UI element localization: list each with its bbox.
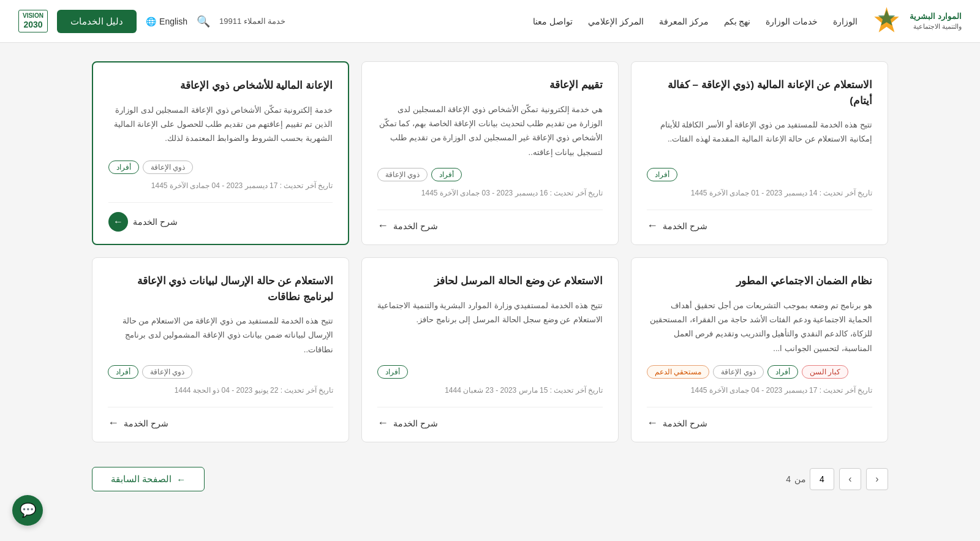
page-info: من 4 <box>786 468 834 490</box>
card-footer-2: شرح الخدمة← <box>377 210 603 232</box>
header-left: خدمة العملاء 19911 🔍 English 🌐 دليل الخد… <box>18 10 285 33</box>
card-title-5: الاستعلام عن وضع الحالة المرسل لحافز <box>377 273 603 289</box>
of-text: من <box>794 474 806 484</box>
card-link-1[interactable]: شرح الخدمة← <box>647 219 707 232</box>
cards-grid: الاستعلام عن الإعانة المالية (ذوي الإعاق… <box>92 61 888 442</box>
card-title-4: نظام الضمان الاجتماعي المطور <box>647 273 872 289</box>
card-tags-6: ذوي الإعاقةأفراد <box>108 365 333 379</box>
card-title-3: الإعانة المالية للأشخاص ذوي الإعاقة <box>108 78 333 94</box>
nav-approach[interactable]: نهج بكم <box>724 17 751 26</box>
card-desc-2: هي خدمة إلكترونية تمكّن الأشخاص ذوي الإع… <box>377 102 603 160</box>
tag-كبار السن: كبار السن <box>802 365 848 379</box>
card-link-3[interactable]: شرح الخدمة← <box>108 212 178 232</box>
card-link-text-1: شرح الخدمة <box>663 221 707 231</box>
nav-ministry[interactable]: الوزارة <box>833 17 858 26</box>
tag-أفراد: أفراد <box>767 365 798 379</box>
vision2030-logo: VISION 2030 <box>18 10 48 32</box>
card-date-1: تاريخ آخر تحديث : 14 ديسمبر 2023 - 01 جم… <box>647 189 872 197</box>
tag-أفراد: أفراد <box>377 365 408 379</box>
pagination-bar: ‹ › من 4 ← الصفحة السابقة <box>92 467 888 516</box>
service-card-5[interactable]: الاستعلام عن وضع الحالة المرسل لحافزتتيح… <box>361 257 619 442</box>
nav-media[interactable]: المركز الإعلامي <box>588 17 644 26</box>
prev-page-label: الصفحة السابقة <box>111 474 172 485</box>
card-link-text-4: شرح الخدمة <box>663 418 707 428</box>
card-arrow-4: ← <box>647 417 658 429</box>
service-card-4[interactable]: نظام الضمان الاجتماعي المطورهو برنامج تم… <box>631 257 888 442</box>
card-tags-4: كبار السنأفرادذوي الإعاقةمستحقي الدعم <box>647 365 872 379</box>
page-input[interactable] <box>810 468 834 490</box>
tag-أفراد: أفراد <box>647 168 677 181</box>
card-tags-5: أفراد <box>377 365 603 379</box>
tag-ذوي الإعاقة: ذوي الإعاقة <box>377 168 428 181</box>
card-arrow-5: ← <box>377 417 388 429</box>
service-card-2[interactable]: تقييم الإعاقةهي خدمة إلكترونية تمكّن الأ… <box>361 61 619 245</box>
header: الموارد البشرية والتنمية الاجتماعية الوز… <box>0 0 980 43</box>
logo-icon <box>870 4 903 38</box>
card-link-text-2: شرح الخدمة <box>393 221 438 231</box>
card-footer-4: شرح الخدمة← <box>647 407 872 429</box>
service-card-6[interactable]: الاستعلام عن حالة الإرسال لبيانات ذوي ال… <box>92 257 349 442</box>
card-tags-3: ذوي الإعاقةأفراد <box>108 161 333 174</box>
card-link-text-3: شرح الخدمة <box>133 217 178 227</box>
card-arrow-1: ← <box>647 219 658 232</box>
card-date-5: تاريخ آخر تحديث : 15 مارس 2023 - 23 شعبا… <box>377 386 603 395</box>
card-desc-6: تتيح هذه الخدمة للمستفيد من ذوي الإعاقة … <box>108 314 333 357</box>
card-date-3: تاريخ آخر تحديث : 17 ديسمبر 2023 - 04 جم… <box>108 181 333 190</box>
card-link-text-5: شرح الخدمة <box>393 418 438 428</box>
language-switcher[interactable]: English 🌐 <box>146 17 187 26</box>
card-tags-1: أفراد <box>647 168 872 181</box>
header-right: الموارد البشرية والتنمية الاجتماعية الوز… <box>533 4 962 38</box>
next-nav-button[interactable]: › <box>839 468 861 490</box>
nav-knowledge[interactable]: مركز المعرفة <box>659 17 709 26</box>
customer-service: خدمة العملاء 19911 <box>219 17 285 26</box>
card-footer-1: شرح الخدمة← <box>647 210 872 232</box>
arrow-icon: ← <box>176 474 186 485</box>
card-arrow-2: ← <box>377 219 388 232</box>
card-arrow-6: ← <box>108 417 119 429</box>
guide-button[interactable]: دليل الخدمات <box>57 10 137 33</box>
prev-page-button[interactable]: ← الصفحة السابقة <box>92 467 205 491</box>
main-nav: الوزارة خدمات الوزارة نهج بكم مركز المعر… <box>533 17 858 26</box>
tag-مستحقي الدعم: مستحقي الدعم <box>647 365 709 379</box>
card-title-1: الاستعلام عن الإعانة المالية (ذوي الإعاق… <box>647 77 872 108</box>
lang-label: English <box>159 17 187 26</box>
card-link-5[interactable]: شرح الخدمة← <box>377 417 438 429</box>
header-logo: الموارد البشرية والتنمية الاجتماعية <box>870 4 962 38</box>
tag-ذوي الإعاقة: ذوي الإعاقة <box>142 365 192 379</box>
main-content: الاستعلام عن الإعانة المالية (ذوي الإعاق… <box>80 61 900 516</box>
tag-أفراد: أفراد <box>108 161 139 174</box>
tag-أفراد: أفراد <box>431 168 462 181</box>
card-date-4: تاريخ آخر تحديث : 17 ديسمبر 2023 - 04 جم… <box>647 386 872 395</box>
card-date-6: تاريخ آخر تحديث : 22 يونيو 2023 - 04 ذو … <box>108 386 333 395</box>
service-card-1[interactable]: الاستعلام عن الإعانة المالية (ذوي الإعاق… <box>631 61 888 245</box>
search-button[interactable]: 🔍 <box>197 15 210 28</box>
service-card-3[interactable]: الإعانة المالية للأشخاص ذوي الإعاقةخدمة … <box>92 61 349 245</box>
logo-line1: الموارد البشرية <box>910 12 962 22</box>
card-arrow-3: ← <box>108 212 128 232</box>
card-desc-4: هو برنامج تم وضعه بموجب التشريعات من أجل… <box>647 298 872 357</box>
card-link-4[interactable]: شرح الخدمة← <box>647 417 707 429</box>
card-desc-5: تتيح هذه الخدمة لمستفيدي وزارة الموارد ا… <box>377 298 603 357</box>
pagination-left: ‹ › من 4 <box>786 468 888 490</box>
total-pages: 4 <box>786 474 791 484</box>
card-title-6: الاستعلام عن حالة الإرسال لبيانات ذوي ال… <box>108 273 333 305</box>
tag-ذوي الإعاقة: ذوي الإعاقة <box>143 161 193 174</box>
card-desc-3: خدمة إلكترونية تمكّن الأشخاص ذوي الإعاقة… <box>108 103 333 153</box>
globe-icon: 🌐 <box>146 17 156 26</box>
card-link-2[interactable]: شرح الخدمة← <box>377 219 438 232</box>
chat-bubble[interactable]: 💬 <box>12 495 43 526</box>
prev-nav-button[interactable]: ‹ <box>866 468 888 490</box>
card-footer-5: شرح الخدمة← <box>377 407 603 429</box>
nav-contact[interactable]: تواصل معنا <box>533 17 573 26</box>
card-link-6[interactable]: شرح الخدمة← <box>108 417 168 429</box>
logo-line2: والتنمية الاجتماعية <box>910 22 962 31</box>
card-footer-6: شرح الخدمة← <box>108 407 333 429</box>
card-date-2: تاريخ آخر تحديث : 16 ديسمبر 2023 - 03 جم… <box>377 189 603 197</box>
tag-أفراد: أفراد <box>108 365 138 379</box>
card-title-2: تقييم الإعاقة <box>377 77 603 93</box>
logo-text: الموارد البشرية والتنمية الاجتماعية <box>910 12 962 31</box>
nav-services[interactable]: خدمات الوزارة <box>766 17 818 26</box>
tag-ذوي الإعاقة: ذوي الإعاقة <box>713 365 763 379</box>
card-desc-1: تتيح هذه الخدمة للمستفيد من ذوي الإعاقة … <box>647 118 872 159</box>
card-link-text-6: شرح الخدمة <box>124 418 168 428</box>
